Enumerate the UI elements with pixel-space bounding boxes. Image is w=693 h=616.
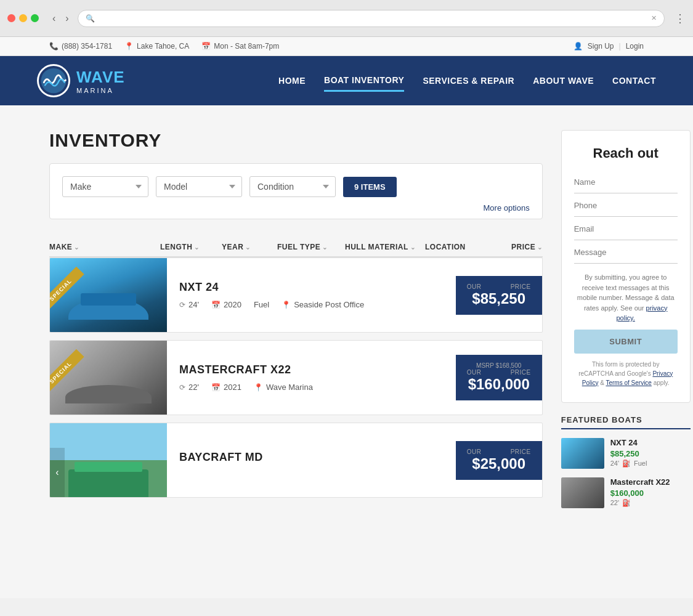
site-header: WAVE MARINA HOME BOAT INVENTORY SERVICES…: [0, 56, 693, 105]
featured-name-mastercraft: Mastercraft X22: [610, 477, 670, 487]
make-sort-icon: ⌄: [74, 244, 79, 251]
close-dot[interactable]: [7, 14, 15, 22]
main-column: INVENTORY Make Model Condition 9 ITEMS M…: [49, 130, 543, 573]
boat-name-nxt24: NXT 24: [179, 281, 444, 294]
signup-link[interactable]: Sign Up: [588, 42, 614, 51]
submit-button[interactable]: SUBMIT: [574, 330, 678, 354]
boat-name-baycraft: BAYCRAFT MD: [179, 451, 444, 464]
fuel-value: Fuel: [254, 300, 269, 309]
length-value: 22': [188, 383, 199, 392]
browser-menu[interactable]: ⋮: [675, 12, 686, 25]
th-year[interactable]: YEAR ⌄: [222, 243, 277, 251]
fuel-icon-mastercraft: ⛽: [622, 499, 631, 507]
year-value: 2021: [224, 383, 241, 392]
logo-text: WAVE MARINA: [76, 68, 125, 94]
fuel-sort-icon: ⌄: [322, 244, 328, 251]
th-make[interactable]: MAKE ⌄: [49, 243, 160, 251]
phone-field[interactable]: Phone: [574, 195, 678, 217]
price-text: PRICE: [511, 448, 531, 455]
make-filter[interactable]: Make: [62, 176, 148, 197]
boat-price-nxt24: OUR PRICE $85,250: [456, 276, 542, 315]
logo-brand: WAVE: [76, 68, 125, 87]
msrp-value: $168,500: [496, 362, 522, 369]
boat-name-mastercraft: MASTERCRAFT X22: [179, 363, 444, 376]
th-length[interactable]: LENGTH ⌄: [160, 243, 222, 251]
price-sort-icon: ⌄: [537, 244, 543, 251]
prev-arrow[interactable]: ‹: [50, 448, 65, 497]
login-link[interactable]: Login: [626, 42, 644, 51]
year-sort-icon: ⌄: [245, 244, 251, 251]
table-header: MAKE ⌄ LENGTH ⌄ YEAR ⌄ FUEL TYPE ⌄ HULL …: [49, 238, 543, 257]
th-price[interactable]: PRICE ⌄: [511, 243, 543, 251]
browser-dots: [7, 14, 39, 22]
nav-contact[interactable]: CONTACT: [612, 71, 656, 91]
items-button[interactable]: 9 ITEMS: [343, 177, 397, 197]
top-bar-right: 👤 Sign Up | Login: [573, 42, 644, 51]
boat-card-baycraft[interactable]: ‹ BAYCRAFT MD OUR PRICE $25,000: [49, 423, 543, 498]
url-bar[interactable]: 🔍 ✕: [78, 10, 665, 27]
email-field[interactable]: Email: [574, 218, 678, 240]
hours-item: 📅 Mon - Sat 8am-7pm: [201, 42, 279, 51]
price-value-nxt24: $85,250: [467, 290, 531, 307]
featured-price-mastercraft: $160,000: [610, 488, 670, 498]
terms-link[interactable]: Terms of Service: [606, 379, 651, 386]
msrp-label: MSRP $168,500: [467, 362, 531, 369]
featured-item-nxt24[interactable]: NXT 24 $85,250 24' ⛽ Fuel: [561, 438, 691, 469]
back-button[interactable]: ‹: [49, 10, 59, 26]
boat-specs-nxt24: ⟳ 24' 📅 2020 Fuel 📍 Seaside Post Office: [179, 300, 444, 309]
recaptcha-text: This form is protected by reCAPTCHA and …: [574, 360, 678, 387]
phone-item: 📞 (888) 354-1781: [49, 42, 112, 51]
filter-row: Make Model Condition 9 ITEMS: [62, 176, 530, 197]
logo-sub: MARINA: [76, 87, 125, 94]
top-bar-left: 📞 (888) 354-1781 📍 Lake Tahoe, CA 📅 Mon …: [49, 42, 279, 51]
nav-services[interactable]: SERVICES & REPAIR: [423, 71, 514, 91]
location-text: Lake Tahoe, CA: [137, 42, 189, 51]
more-options-link[interactable]: More options: [62, 203, 530, 213]
nav-home[interactable]: HOME: [278, 71, 306, 91]
length-spec: ⟳ 24': [179, 300, 199, 309]
model-filter[interactable]: Model: [156, 176, 242, 197]
featured-title: FEATURED BOATS: [561, 415, 691, 429]
hull-sort-icon: ⌄: [410, 244, 416, 251]
featured-item-mastercraft[interactable]: Mastercraft X22 $160,000 22' ⛽: [561, 477, 691, 508]
featured-specs-mastercraft: 22' ⛽: [610, 499, 670, 507]
location-item: 📍 Lake Tahoe, CA: [124, 42, 189, 51]
price-label-baycraft: OUR PRICE: [467, 448, 531, 455]
price-value-baycraft: $25,000: [467, 455, 531, 472]
our-label: OUR: [467, 448, 482, 455]
location-value: Seaside Post Office: [294, 300, 364, 309]
featured-info-mastercraft: Mastercraft X22 $160,000 22' ⛽: [610, 477, 670, 507]
logo-link[interactable]: WAVE MARINA: [37, 64, 125, 97]
page-title: INVENTORY: [49, 130, 543, 151]
phone-icon: 📞: [49, 42, 59, 51]
featured-price-nxt24: $85,250: [610, 449, 647, 458]
boat-thumb-mastercraft: SPECIAL: [50, 341, 167, 415]
condition-filter[interactable]: Condition: [249, 176, 336, 197]
maximize-dot[interactable]: [31, 14, 39, 22]
page-content: INVENTORY Make Model Condition 9 ITEMS M…: [0, 105, 693, 598]
separator: |: [619, 42, 621, 51]
browser-nav: ‹ ›: [49, 10, 73, 26]
minimize-dot[interactable]: [19, 14, 27, 22]
th-location[interactable]: LOCATION: [425, 243, 511, 251]
boat-info-nxt24: NXT 24 ⟳ 24' 📅 2020 Fuel 📍 S: [167, 271, 456, 319]
phone-number: (888) 354-1781: [62, 42, 112, 51]
th-fuel-type[interactable]: FUEL TYPE ⌄: [277, 243, 345, 251]
forward-button[interactable]: ›: [62, 10, 72, 26]
boat-specs-mastercraft: ⟳ 22' 📅 2021 📍 Wave Marina: [179, 383, 444, 392]
message-field[interactable]: Message: [574, 241, 678, 264]
th-hull-material[interactable]: HULL MATERIAL ⌄: [345, 243, 425, 251]
pin-icon: 📍: [282, 301, 291, 309]
nav-boat-inventory[interactable]: BOAT INVENTORY: [324, 70, 404, 92]
boat-info-mastercraft: MASTERCRAFT X22 ⟳ 22' 📅 2021 📍 Wave Mari…: [167, 354, 456, 402]
boat-card-mastercraft[interactable]: SPECIAL MASTERCRAFT X22 ⟳ 22' 📅 2021 📍 W: [49, 340, 543, 415]
name-field[interactable]: Name: [574, 171, 678, 193]
reach-out-title: Reach out: [574, 145, 678, 161]
logo-svg: [38, 65, 69, 96]
featured-section: FEATURED BOATS NXT 24 $85,250 24' ⛽ Fuel: [561, 415, 691, 508]
nav-about[interactable]: ABOUT WAVE: [533, 71, 594, 91]
our-label: OUR: [467, 369, 482, 376]
boat-card-nxt24[interactable]: SPECIAL NXT 24 ⟳ 24' 📅 2020 Fuel: [49, 257, 543, 333]
filter-bar: Make Model Condition 9 ITEMS More option…: [49, 163, 543, 219]
featured-specs-nxt24: 24' ⛽ Fuel: [610, 460, 647, 468]
